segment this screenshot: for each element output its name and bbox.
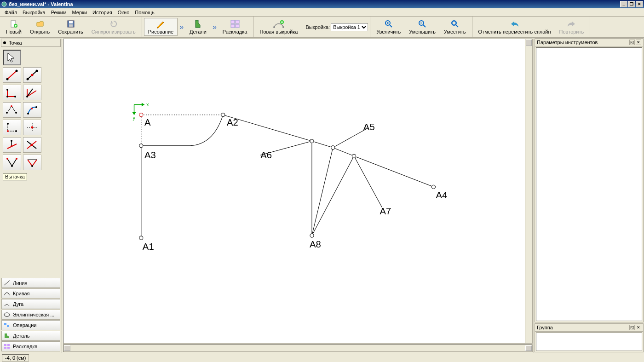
svg-point-10 [273, 26, 275, 28]
tool-point-endline[interactable] [3, 67, 21, 83]
category-line[interactable]: Линия [1, 278, 60, 288]
svg-rect-57 [7, 344, 10, 346]
maximize-button[interactable]: ❐ [628, 1, 635, 7]
svg-point-53 [4, 313, 10, 316]
save-button[interactable]: Сохранить [54, 18, 87, 36]
group-float-button[interactable]: ◱ [629, 325, 635, 330]
redo-button[interactable]: Повторить [555, 18, 588, 36]
svg-point-43 [11, 140, 12, 142]
tool-shoulder[interactable] [3, 102, 21, 118]
main-toolbar: Новый Открыть Сохранить Синхронизировать… [0, 17, 644, 38]
zoom-in-button[interactable]: Увеличить [372, 18, 405, 36]
undo-icon [510, 19, 519, 29]
svg-line-17 [7, 71, 17, 79]
group-body [536, 333, 642, 351]
sync-icon [109, 19, 118, 29]
layout-mode-button[interactable]: Раскладка [218, 18, 252, 36]
svg-line-52 [4, 281, 10, 285]
svg-point-29 [11, 105, 12, 107]
drawing-canvas[interactable]: x y [63, 39, 533, 344]
category-operations[interactable]: Операции [1, 320, 60, 330]
svg-point-11 [282, 26, 284, 28]
category-detail[interactable]: Деталь [1, 331, 60, 341]
category-layout[interactable]: Раскладка [1, 341, 60, 351]
zoom-out-label: Уменьшить [409, 29, 436, 34]
zoom-fit-button[interactable]: Уместить [440, 18, 470, 36]
zoom-out-button[interactable]: Уменьшить [405, 18, 440, 36]
menu-pattern[interactable]: Выкройка [20, 9, 48, 16]
svg-point-28 [6, 112, 8, 114]
menu-window[interactable]: Окно [115, 9, 132, 16]
tool-normal[interactable] [3, 85, 21, 100]
svg-point-19 [16, 70, 18, 72]
details-mode-button[interactable]: Детали [185, 18, 211, 36]
category-elliptical[interactable]: Эллиптическая ... [1, 310, 60, 320]
group-close-button[interactable]: ✕ [636, 325, 641, 330]
svg-point-32 [35, 106, 37, 108]
svg-rect-8 [231, 24, 235, 28]
svg-point-21 [27, 78, 29, 80]
svg-point-34 [7, 123, 9, 125]
svg-rect-6 [231, 20, 235, 23]
group-dock: Группа ◱ ✕ [535, 323, 644, 352]
menu-measurements[interactable]: Мерки [69, 9, 90, 16]
drawing-mode-button[interactable]: Рисование [144, 18, 178, 36]
palette-header[interactable]: Точка [1, 39, 61, 47]
elliptical-category-icon [4, 311, 11, 318]
new-pattern-button[interactable]: Новая выкройка [255, 18, 302, 36]
tool-point-along-line[interactable] [23, 67, 41, 83]
svg-line-75 [333, 128, 368, 148]
svg-rect-59 [7, 347, 10, 349]
menu-mode[interactable]: Режим [48, 9, 69, 16]
close-button[interactable]: ✕ [636, 1, 643, 7]
tool-dart[interactable] [23, 155, 41, 170]
tool-point-contact[interactable] [23, 102, 41, 118]
point-label-A5: A5 [363, 122, 375, 132]
minimize-button[interactable]: _ [620, 1, 627, 7]
svg-marker-63 [132, 112, 136, 115]
category-arc[interactable]: Дуга [1, 299, 60, 309]
svg-rect-54 [4, 323, 6, 325]
new-icon [10, 19, 18, 29]
svg-line-76 [354, 156, 382, 207]
tool-params-close-button[interactable]: ✕ [636, 40, 641, 45]
menu-file[interactable]: Файл [2, 9, 20, 16]
menu-history[interactable]: История [90, 9, 115, 16]
undo-button[interactable]: Отменить переместить сплайн [474, 18, 555, 36]
vertical-scrollbar[interactable] [525, 39, 532, 343]
horizontal-scrollbar[interactable] [63, 345, 533, 352]
operations-category-icon [4, 322, 11, 328]
svg-line-72 [312, 148, 333, 236]
redo-icon [567, 19, 576, 29]
category-curve[interactable]: Кривая [1, 288, 60, 299]
tool-params-float-button[interactable]: ◱ [629, 40, 635, 45]
tool-bisector[interactable] [23, 85, 41, 100]
svg-rect-4 [69, 21, 73, 23]
new-button[interactable]: Новый [2, 18, 26, 36]
save-label: Сохранить [58, 29, 83, 34]
tool-line-intersect[interactable] [23, 137, 41, 153]
new-label: Новый [6, 29, 22, 34]
svg-point-48 [16, 158, 17, 160]
arrow-sep-1: » [178, 23, 185, 31]
svg-point-78 [139, 144, 143, 148]
svg-point-24 [6, 89, 8, 91]
menu-help[interactable]: Помощь [132, 9, 157, 16]
tool-height[interactable] [3, 137, 21, 153]
layout-category-icon [4, 343, 11, 350]
tool-triangle[interactable] [3, 120, 21, 135]
pattern-select[interactable]: Выкройка 1 [331, 23, 368, 31]
point-label-A8: A8 [310, 239, 321, 249]
zoom-fit-label: Уместить [444, 29, 466, 34]
zoom-in-label: Увеличить [376, 29, 401, 34]
svg-line-70 [354, 156, 434, 187]
svg-point-81 [310, 139, 314, 143]
open-button[interactable]: Открыть [26, 18, 54, 36]
tool-dart-left[interactable] [3, 155, 21, 170]
sync-button[interactable]: Синхронизировать [87, 18, 140, 36]
tool-point-intersection[interactable] [23, 120, 41, 135]
undo-label: Отменить переместить сплайн [478, 29, 551, 34]
svg-point-83 [352, 154, 356, 158]
app-icon [1, 1, 7, 7]
tool-select-arrow[interactable] [3, 50, 21, 65]
